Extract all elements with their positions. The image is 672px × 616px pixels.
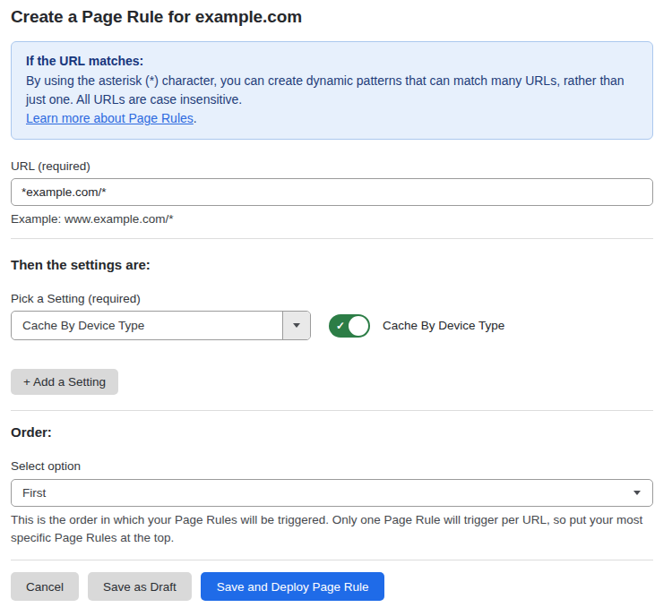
url-example-text: Example: www.example.com/*	[11, 212, 653, 226]
info-box-heading: If the URL matches:	[26, 52, 638, 71]
divider	[11, 560, 653, 560]
setting-picker-label: Pick a Setting (required)	[11, 292, 653, 305]
cancel-button[interactable]: Cancel	[11, 572, 79, 601]
url-match-info-box: If the URL matches: By using the asteris…	[11, 41, 653, 140]
order-help-text: This is the order in which your Page Rul…	[11, 511, 652, 547]
toggle-knob	[349, 316, 368, 336]
page-title: Create a Page Rule for example.com	[11, 7, 653, 27]
setting-select-arrow-button[interactable]	[282, 312, 310, 339]
info-box-body: By using the asterisk (*) character, you…	[26, 72, 638, 109]
divider	[11, 410, 653, 411]
order-select[interactable]: First	[11, 479, 653, 507]
setting-select[interactable]: Cache By Device Type	[11, 311, 311, 340]
footer-actions: Cancel Save as Draft Save and Deploy Pag…	[11, 572, 653, 601]
order-select-label: Select option	[11, 459, 653, 473]
learn-more-link[interactable]: Learn more about Page Rules	[26, 111, 194, 125]
divider	[11, 238, 653, 239]
setting-select-value: Cache By Device Type	[12, 312, 282, 339]
caret-down-icon	[293, 323, 300, 328]
url-input[interactable]	[11, 178, 653, 206]
order-select-value: First	[22, 486, 46, 500]
page-rule-form: Create a Page Rule for example.com If th…	[0, 0, 672, 601]
toggle-label: Cache By Device Type	[383, 319, 504, 332]
caret-down-icon	[633, 491, 641, 495]
save-as-draft-button[interactable]: Save as Draft	[88, 572, 192, 601]
save-and-deploy-button[interactable]: Save and Deploy Page Rule	[201, 572, 385, 601]
cache-by-device-type-toggle[interactable]: ✓	[329, 314, 370, 338]
add-setting-button[interactable]: + Add a Setting	[11, 369, 118, 395]
settings-section-heading: Then the settings are:	[11, 257, 653, 272]
url-field-label: URL (required)	[11, 159, 653, 173]
link-suffix: .	[194, 111, 197, 125]
order-section-heading: Order:	[11, 424, 653, 440]
setting-row: Cache By Device Type ✓ Cache By Device T…	[11, 311, 653, 340]
info-box-link-line: Learn more about Page Rules.	[26, 109, 638, 128]
checkmark-icon: ✓	[336, 321, 345, 331]
